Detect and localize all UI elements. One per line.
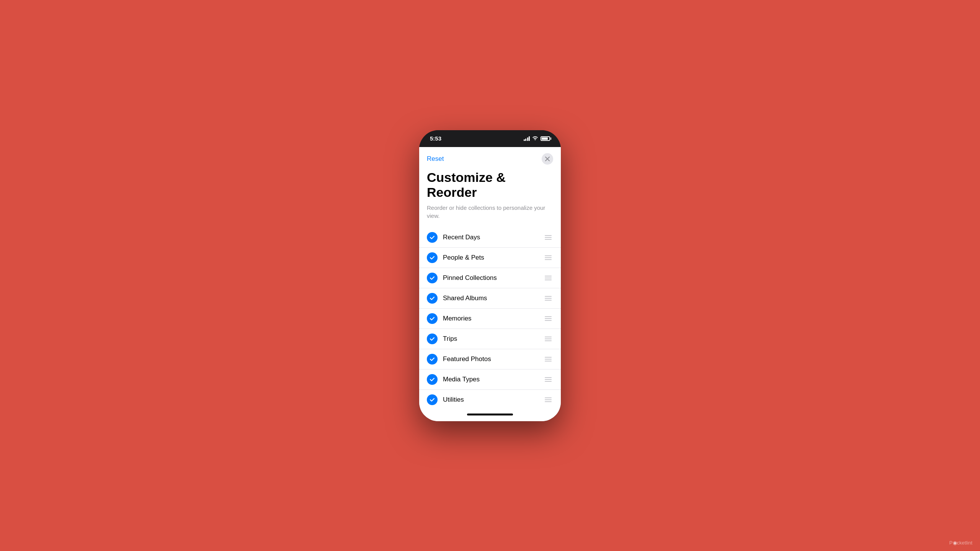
list-item-recent-days[interactable]: Recent Days [419, 227, 561, 248]
item-label-shared-albums: Shared Albums [443, 294, 543, 302]
status-icons [524, 136, 550, 141]
check-icon-featured-photos [427, 354, 438, 365]
item-label-memories: Memories [443, 315, 543, 322]
list-item-people-pets[interactable]: People & Pets [419, 248, 561, 268]
item-label-recent-days: Recent Days [443, 234, 543, 241]
check-icon-recent-days [427, 232, 438, 243]
modal-container: Reset Customize &Reorder Reorder or hide… [419, 147, 561, 421]
item-label-featured-photos: Featured Photos [443, 355, 543, 363]
list-item-trips[interactable]: Trips [419, 329, 561, 349]
status-time: 5:53 [430, 135, 441, 142]
drag-handle-utilities[interactable] [543, 396, 553, 404]
signal-icon [524, 136, 530, 141]
battery-icon [541, 136, 550, 141]
check-icon-people-pets [427, 252, 438, 263]
home-bar [467, 414, 513, 415]
drag-handle-shared-albums[interactable] [543, 294, 553, 302]
item-label-utilities: Utilities [443, 396, 543, 404]
check-icon-shared-albums [427, 293, 438, 304]
phone-frame: 5:53 Reset [419, 130, 561, 421]
check-icon-memories [427, 313, 438, 324]
modal-subtitle: Reorder or hide collections to personali… [427, 204, 553, 220]
drag-handle-recent-days[interactable] [543, 234, 553, 241]
list-item-featured-photos[interactable]: Featured Photos [419, 349, 561, 370]
drag-handle-trips[interactable] [543, 335, 553, 343]
list-item-shared-albums[interactable]: Shared Albums [419, 288, 561, 309]
home-indicator [419, 408, 561, 421]
modal-top-bar: Reset [427, 153, 553, 165]
drag-handle-people-pets[interactable] [543, 254, 553, 262]
check-icon-utilities [427, 394, 438, 405]
wifi-icon [532, 136, 538, 141]
list-item-memories[interactable]: Memories [419, 309, 561, 329]
list-item-media-types[interactable]: Media Types [419, 370, 561, 390]
status-bar: 5:53 [419, 130, 561, 147]
check-icon-pinned-collections [427, 273, 438, 283]
check-icon-media-types [427, 374, 438, 385]
modal-header: Reset Customize &Reorder Reorder or hide… [419, 147, 561, 227]
reset-button[interactable]: Reset [427, 155, 444, 163]
close-button[interactable] [542, 153, 553, 165]
watermark: P◉cketlint [949, 540, 972, 546]
check-icon-trips [427, 334, 438, 344]
list-item-utilities[interactable]: Utilities [419, 390, 561, 408]
drag-handle-featured-photos[interactable] [543, 355, 553, 363]
drag-handle-pinned-collections[interactable] [543, 274, 553, 282]
list-item-pinned-collections[interactable]: Pinned Collections [419, 268, 561, 288]
item-label-pinned-collections: Pinned Collections [443, 274, 543, 282]
item-label-people-pets: People & Pets [443, 254, 543, 262]
item-label-media-types: Media Types [443, 376, 543, 383]
list-container[interactable]: Recent Days People & Pets [419, 227, 561, 408]
drag-handle-media-types[interactable] [543, 376, 553, 383]
drag-handle-memories[interactable] [543, 315, 553, 322]
item-label-trips: Trips [443, 335, 543, 343]
modal-title: Customize &Reorder [427, 170, 553, 200]
